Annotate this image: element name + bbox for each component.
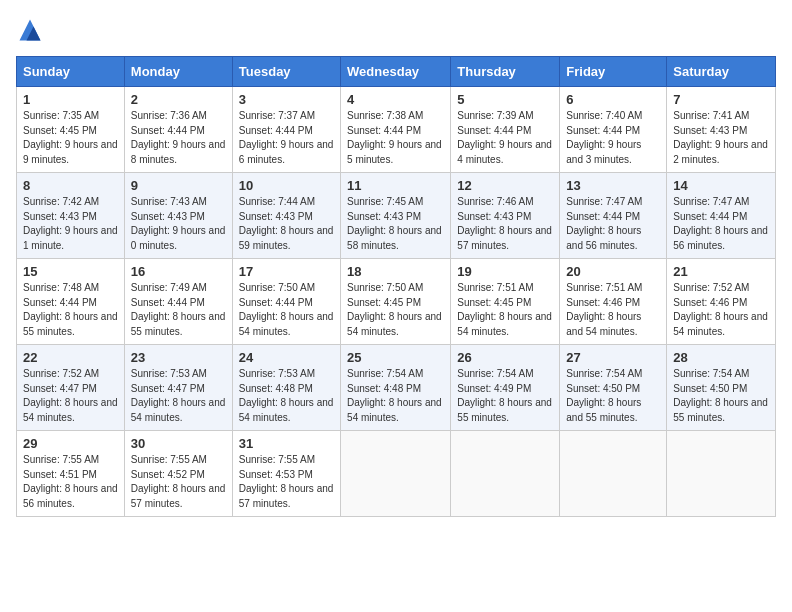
calendar-cell: 29Sunrise: 7:55 AMSunset: 4:51 PMDayligh… [17, 431, 125, 517]
day-number: 7 [673, 92, 769, 107]
calendar-cell [341, 431, 451, 517]
day-number: 27 [566, 350, 660, 365]
cell-content: Sunrise: 7:42 AMSunset: 4:43 PMDaylight:… [23, 195, 118, 253]
calendar-cell: 12Sunrise: 7:46 AMSunset: 4:43 PMDayligh… [451, 173, 560, 259]
day-number: 23 [131, 350, 226, 365]
cell-content: Sunrise: 7:54 AMSunset: 4:49 PMDaylight:… [457, 367, 553, 425]
cell-content: Sunrise: 7:50 AMSunset: 4:45 PMDaylight:… [347, 281, 444, 339]
cell-content: Sunrise: 7:55 AMSunset: 4:53 PMDaylight:… [239, 453, 334, 511]
day-number: 31 [239, 436, 334, 451]
col-header-saturday: Saturday [667, 57, 776, 87]
day-number: 30 [131, 436, 226, 451]
cell-content: Sunrise: 7:36 AMSunset: 4:44 PMDaylight:… [131, 109, 226, 167]
calendar-table: SundayMondayTuesdayWednesdayThursdayFrid… [16, 56, 776, 517]
calendar-cell: 23Sunrise: 7:53 AMSunset: 4:47 PMDayligh… [124, 345, 232, 431]
cell-content: Sunrise: 7:49 AMSunset: 4:44 PMDaylight:… [131, 281, 226, 339]
calendar-cell: 2Sunrise: 7:36 AMSunset: 4:44 PMDaylight… [124, 87, 232, 173]
calendar-cell: 9Sunrise: 7:43 AMSunset: 4:43 PMDaylight… [124, 173, 232, 259]
calendar-cell: 6Sunrise: 7:40 AMSunset: 4:44 PMDaylight… [560, 87, 667, 173]
page-header [16, 16, 776, 44]
cell-content: Sunrise: 7:48 AMSunset: 4:44 PMDaylight:… [23, 281, 118, 339]
col-header-tuesday: Tuesday [232, 57, 340, 87]
day-number: 18 [347, 264, 444, 279]
cell-content: Sunrise: 7:55 AMSunset: 4:52 PMDaylight:… [131, 453, 226, 511]
calendar-cell: 10Sunrise: 7:44 AMSunset: 4:43 PMDayligh… [232, 173, 340, 259]
day-number: 22 [23, 350, 118, 365]
cell-content: Sunrise: 7:47 AMSunset: 4:44 PMDaylight:… [566, 195, 660, 253]
calendar-cell: 17Sunrise: 7:50 AMSunset: 4:44 PMDayligh… [232, 259, 340, 345]
cell-content: Sunrise: 7:37 AMSunset: 4:44 PMDaylight:… [239, 109, 334, 167]
cell-content: Sunrise: 7:40 AMSunset: 4:44 PMDaylight:… [566, 109, 660, 167]
calendar-cell [560, 431, 667, 517]
day-number: 10 [239, 178, 334, 193]
calendar-cell: 11Sunrise: 7:45 AMSunset: 4:43 PMDayligh… [341, 173, 451, 259]
calendar-header-row: SundayMondayTuesdayWednesdayThursdayFrid… [17, 57, 776, 87]
day-number: 13 [566, 178, 660, 193]
col-header-thursday: Thursday [451, 57, 560, 87]
cell-content: Sunrise: 7:44 AMSunset: 4:43 PMDaylight:… [239, 195, 334, 253]
day-number: 14 [673, 178, 769, 193]
calendar-cell: 16Sunrise: 7:49 AMSunset: 4:44 PMDayligh… [124, 259, 232, 345]
col-header-friday: Friday [560, 57, 667, 87]
cell-content: Sunrise: 7:35 AMSunset: 4:45 PMDaylight:… [23, 109, 118, 167]
calendar-cell: 27Sunrise: 7:54 AMSunset: 4:50 PMDayligh… [560, 345, 667, 431]
cell-content: Sunrise: 7:45 AMSunset: 4:43 PMDaylight:… [347, 195, 444, 253]
logo [16, 16, 48, 44]
calendar-row: 1Sunrise: 7:35 AMSunset: 4:45 PMDaylight… [17, 87, 776, 173]
day-number: 2 [131, 92, 226, 107]
cell-content: Sunrise: 7:53 AMSunset: 4:48 PMDaylight:… [239, 367, 334, 425]
day-number: 21 [673, 264, 769, 279]
calendar-cell: 20Sunrise: 7:51 AMSunset: 4:46 PMDayligh… [560, 259, 667, 345]
day-number: 29 [23, 436, 118, 451]
day-number: 16 [131, 264, 226, 279]
calendar-cell: 8Sunrise: 7:42 AMSunset: 4:43 PMDaylight… [17, 173, 125, 259]
calendar-cell: 22Sunrise: 7:52 AMSunset: 4:47 PMDayligh… [17, 345, 125, 431]
day-number: 15 [23, 264, 118, 279]
day-number: 12 [457, 178, 553, 193]
cell-content: Sunrise: 7:39 AMSunset: 4:44 PMDaylight:… [457, 109, 553, 167]
calendar-row: 22Sunrise: 7:52 AMSunset: 4:47 PMDayligh… [17, 345, 776, 431]
calendar-cell: 1Sunrise: 7:35 AMSunset: 4:45 PMDaylight… [17, 87, 125, 173]
day-number: 3 [239, 92, 334, 107]
calendar-cell [667, 431, 776, 517]
cell-content: Sunrise: 7:46 AMSunset: 4:43 PMDaylight:… [457, 195, 553, 253]
cell-content: Sunrise: 7:54 AMSunset: 4:50 PMDaylight:… [673, 367, 769, 425]
cell-content: Sunrise: 7:51 AMSunset: 4:45 PMDaylight:… [457, 281, 553, 339]
calendar-cell: 14Sunrise: 7:47 AMSunset: 4:44 PMDayligh… [667, 173, 776, 259]
day-number: 11 [347, 178, 444, 193]
cell-content: Sunrise: 7:52 AMSunset: 4:46 PMDaylight:… [673, 281, 769, 339]
cell-content: Sunrise: 7:38 AMSunset: 4:44 PMDaylight:… [347, 109, 444, 167]
calendar-cell: 24Sunrise: 7:53 AMSunset: 4:48 PMDayligh… [232, 345, 340, 431]
calendar-cell: 28Sunrise: 7:54 AMSunset: 4:50 PMDayligh… [667, 345, 776, 431]
day-number: 5 [457, 92, 553, 107]
col-header-monday: Monday [124, 57, 232, 87]
day-number: 4 [347, 92, 444, 107]
day-number: 26 [457, 350, 553, 365]
day-number: 20 [566, 264, 660, 279]
cell-content: Sunrise: 7:54 AMSunset: 4:48 PMDaylight:… [347, 367, 444, 425]
cell-content: Sunrise: 7:54 AMSunset: 4:50 PMDaylight:… [566, 367, 660, 425]
day-number: 6 [566, 92, 660, 107]
logo-icon [16, 16, 44, 44]
day-number: 9 [131, 178, 226, 193]
calendar-row: 15Sunrise: 7:48 AMSunset: 4:44 PMDayligh… [17, 259, 776, 345]
calendar-cell: 31Sunrise: 7:55 AMSunset: 4:53 PMDayligh… [232, 431, 340, 517]
calendar-cell: 13Sunrise: 7:47 AMSunset: 4:44 PMDayligh… [560, 173, 667, 259]
cell-content: Sunrise: 7:50 AMSunset: 4:44 PMDaylight:… [239, 281, 334, 339]
cell-content: Sunrise: 7:43 AMSunset: 4:43 PMDaylight:… [131, 195, 226, 253]
day-number: 17 [239, 264, 334, 279]
calendar-cell: 4Sunrise: 7:38 AMSunset: 4:44 PMDaylight… [341, 87, 451, 173]
cell-content: Sunrise: 7:53 AMSunset: 4:47 PMDaylight:… [131, 367, 226, 425]
calendar-cell: 25Sunrise: 7:54 AMSunset: 4:48 PMDayligh… [341, 345, 451, 431]
cell-content: Sunrise: 7:55 AMSunset: 4:51 PMDaylight:… [23, 453, 118, 511]
col-header-sunday: Sunday [17, 57, 125, 87]
calendar-row: 8Sunrise: 7:42 AMSunset: 4:43 PMDaylight… [17, 173, 776, 259]
cell-content: Sunrise: 7:41 AMSunset: 4:43 PMDaylight:… [673, 109, 769, 167]
calendar-row: 29Sunrise: 7:55 AMSunset: 4:51 PMDayligh… [17, 431, 776, 517]
calendar-cell: 18Sunrise: 7:50 AMSunset: 4:45 PMDayligh… [341, 259, 451, 345]
calendar-cell: 26Sunrise: 7:54 AMSunset: 4:49 PMDayligh… [451, 345, 560, 431]
calendar-cell: 5Sunrise: 7:39 AMSunset: 4:44 PMDaylight… [451, 87, 560, 173]
day-number: 19 [457, 264, 553, 279]
day-number: 1 [23, 92, 118, 107]
cell-content: Sunrise: 7:51 AMSunset: 4:46 PMDaylight:… [566, 281, 660, 339]
